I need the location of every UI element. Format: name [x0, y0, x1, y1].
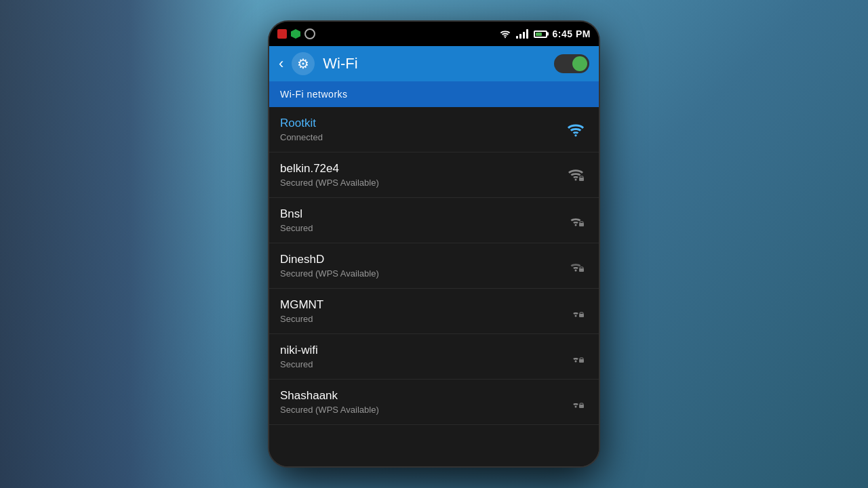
back-button[interactable]: ‹ [279, 55, 283, 73]
svg-point-17 [575, 406, 577, 408]
network-item[interactable]: DineshD Secured (WPS Available) [269, 243, 599, 289]
network-status: Connected [280, 132, 564, 142]
phone-wrapper: 6:45 PM ‹ ⚙ Wi-Fi Wi-Fi networks Rootkit [268, 20, 600, 468]
red-square-icon [277, 29, 287, 39]
section-header: Wi-Fi networks [269, 81, 599, 107]
network-item[interactable]: belkin.72e4 Secured (WPS Available) [269, 152, 599, 198]
network-name: MGMNT [280, 298, 564, 312]
network-status: Secured (WPS Available) [280, 405, 564, 415]
background-laptop-left [0, 0, 258, 488]
wifi-signal-icon [564, 208, 588, 232]
svg-point-8 [575, 270, 577, 272]
svg-rect-13 [580, 312, 583, 314]
network-info: Bnsl Secured [280, 207, 564, 233]
network-name: Rootkit [280, 117, 564, 130]
svg-point-1 [574, 134, 576, 136]
status-time: 6:45 PM [553, 28, 591, 39]
gear-icon-container: ⚙ [292, 52, 315, 75]
wifi-signal-icon [564, 117, 588, 142]
battery-icon [534, 30, 547, 38]
svg-rect-4 [580, 176, 583, 178]
svg-rect-10 [580, 267, 583, 269]
network-item[interactable]: Rootkit Connected [269, 107, 599, 152]
phone: 6:45 PM ‹ ⚙ Wi-Fi Wi-Fi networks Rootkit [268, 20, 600, 468]
wifi-signal-icon [564, 390, 588, 414]
wifi-signal-icon [564, 299, 588, 323]
section-header-label: Wi-Fi networks [280, 89, 348, 100]
network-name: Shashaank [280, 389, 564, 403]
svg-point-14 [575, 361, 577, 363]
signal-bars-icon [516, 29, 528, 39]
svg-rect-19 [580, 403, 583, 405]
action-bar: ‹ ⚙ Wi-Fi [269, 46, 599, 81]
network-list: Rootkit Connected belkin.72e4 Secured (W… [269, 107, 599, 466]
network-item[interactable]: Shashaank Secured (WPS Available) [269, 380, 599, 425]
shield-icon [291, 29, 300, 39]
gear-icon: ⚙ [297, 56, 309, 72]
network-status: Secured [280, 359, 564, 369]
wifi-status-icon [500, 29, 511, 39]
globe-icon [304, 28, 315, 39]
status-icons-right: 6:45 PM [500, 28, 591, 39]
svg-point-0 [505, 37, 506, 38]
wifi-signal-icon [564, 344, 588, 369]
svg-point-11 [575, 315, 577, 317]
network-info: DineshD Secured (WPS Available) [280, 253, 564, 279]
svg-point-5 [575, 224, 577, 226]
status-icons-left [277, 28, 315, 39]
network-status: Secured (WPS Available) [280, 268, 564, 279]
network-info: Rootkit Connected [280, 117, 564, 142]
wifi-title: Wi-Fi [323, 55, 546, 73]
network-status: Secured [280, 223, 564, 233]
toggle-knob [572, 56, 587, 71]
svg-rect-7 [580, 222, 583, 224]
svg-rect-16 [580, 358, 583, 360]
network-item[interactable]: Bnsl Secured [269, 198, 599, 243]
svg-point-2 [575, 179, 577, 181]
network-item[interactable]: MGMNT Secured [269, 289, 599, 334]
network-info: belkin.72e4 Secured (WPS Available) [280, 162, 564, 188]
network-name: DineshD [280, 253, 564, 266]
network-name: niki-wifi [280, 344, 564, 357]
network-status: Secured [280, 314, 564, 324]
network-info: niki-wifi Secured [280, 344, 564, 369]
status-bar: 6:45 PM [269, 22, 599, 46]
network-status: Secured (WPS Available) [280, 178, 564, 188]
network-name: Bnsl [280, 207, 564, 221]
network-info: MGMNT Secured [280, 298, 564, 324]
network-info: Shashaank Secured (WPS Available) [280, 389, 564, 415]
wifi-toggle[interactable] [554, 54, 589, 73]
wifi-signal-icon [564, 253, 588, 278]
wifi-signal-icon [564, 163, 588, 187]
network-name: belkin.72e4 [280, 162, 564, 176]
network-item[interactable]: niki-wifi Secured [269, 334, 599, 380]
